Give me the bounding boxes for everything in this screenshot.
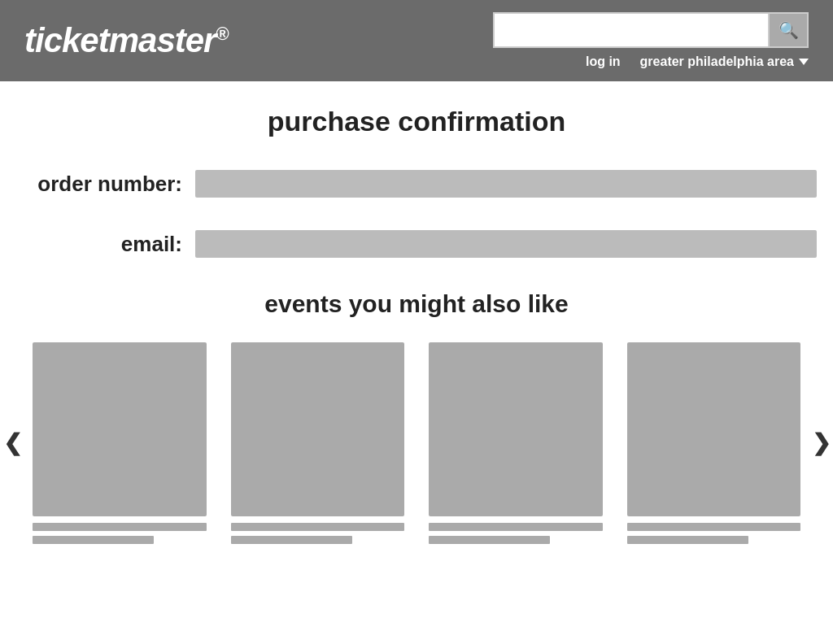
list-item <box>231 342 405 544</box>
page-title: purchase confirmation <box>0 106 833 137</box>
carousel-prev-button[interactable]: ❮ <box>0 423 24 463</box>
header: ticketmaster® 🔍 log in greater philadelp… <box>0 0 833 81</box>
email-row: email: <box>0 230 825 258</box>
nav-row: log in greater philadelphia area <box>586 54 809 69</box>
event-text-lines <box>429 523 603 544</box>
event-text-line <box>627 523 801 531</box>
chevron-left-icon: ❮ <box>3 429 22 456</box>
event-image[interactable] <box>33 342 207 516</box>
event-text-line <box>33 536 154 544</box>
event-text-line <box>429 523 603 531</box>
event-text-lines <box>33 523 207 544</box>
list-item <box>627 342 801 544</box>
order-number-row: order number: <box>0 170 825 198</box>
login-link[interactable]: log in <box>586 54 621 69</box>
main-content: purchase confirmation order number: emai… <box>0 81 833 568</box>
events-carousel: ❮ <box>0 342 833 544</box>
logo-reg: ® <box>216 24 228 44</box>
search-button[interactable]: 🔍 <box>770 12 809 48</box>
email-label: email: <box>0 232 195 257</box>
logo: ticketmaster® <box>24 21 229 60</box>
search-input[interactable] <box>493 12 770 48</box>
chevron-right-icon: ❯ <box>812 429 831 456</box>
event-text-lines <box>231 523 405 544</box>
list-item <box>429 342 603 544</box>
order-number-value <box>195 170 817 198</box>
event-image[interactable] <box>429 342 603 516</box>
event-image[interactable] <box>231 342 405 516</box>
event-text-line <box>429 536 550 544</box>
chevron-down-icon <box>799 59 809 65</box>
events-grid <box>33 342 800 544</box>
event-text-line <box>33 523 207 531</box>
logo-text: ticketmaster <box>24 21 216 59</box>
location-link[interactable]: greater philadelphia area <box>640 54 809 69</box>
list-item <box>33 342 207 544</box>
event-text-line <box>231 523 405 531</box>
order-number-label: order number: <box>0 172 195 197</box>
search-icon: 🔍 <box>778 20 799 40</box>
event-text-line <box>627 536 748 544</box>
carousel-next-button[interactable]: ❯ <box>809 423 833 463</box>
event-text-lines <box>627 523 801 544</box>
header-right: 🔍 log in greater philadelphia area <box>493 12 809 69</box>
location-label: greater philadelphia area <box>640 54 794 69</box>
form-section: order number: email: <box>0 170 833 258</box>
email-value <box>195 230 817 258</box>
search-row: 🔍 <box>493 12 809 48</box>
event-image[interactable] <box>627 342 801 516</box>
events-title: events you might also like <box>0 290 833 318</box>
event-text-line <box>231 536 352 544</box>
events-section: events you might also like ❮ <box>0 290 833 544</box>
